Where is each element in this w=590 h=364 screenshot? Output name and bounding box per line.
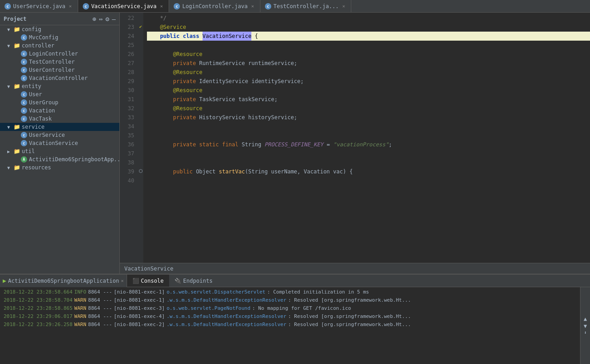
tree-usercontroller-label: UserController xyxy=(29,67,75,73)
endpoints-tab-label: Endpoints xyxy=(183,278,212,284)
tab-logincontroller[interactable]: c LoginController.java ✕ xyxy=(169,0,260,12)
tree-activitidemo[interactable]: A ActivitiDemo6SpringbootApp... xyxy=(0,155,119,163)
code-line-34 xyxy=(147,122,590,131)
log-line-3: 2018-12-22 23:28:58.865 WARN 8864 --- [n… xyxy=(0,304,580,313)
tree-entity-label: entity xyxy=(22,83,41,89)
code-line-24: public class VacationService { xyxy=(147,32,590,41)
class-icon: c xyxy=(21,59,27,65)
code-line-22: */ xyxy=(147,14,590,23)
run-tab-area: ▶ ActivitiDemo6SpringbootApplication ✕ xyxy=(0,275,127,287)
minimize-icon[interactable]: — xyxy=(112,15,116,23)
main-area: Project ⊕ ⇔ ⚙ — ▼ 📁 config c MvcConfig ▼ xyxy=(0,13,590,274)
code-line-23: @Service xyxy=(147,23,590,32)
tree-user[interactable]: c User xyxy=(0,90,119,98)
code-line-39: public Object startVac (String userName,… xyxy=(147,167,590,176)
tree-mvcconfig-label: MvcConfig xyxy=(29,34,58,41)
tab-userservice[interactable]: c UserService.java ✕ xyxy=(0,0,78,12)
tree-util[interactable]: ▶ 📁 util xyxy=(0,147,119,155)
line-numbers: 22 23 24 25 26 27 28 29 30 31 32 33 34 3… xyxy=(120,13,138,263)
tab-userservice-label: UserService.java xyxy=(13,3,66,9)
tree-vacationservice[interactable]: c VacationService xyxy=(0,139,119,147)
tree-logincontroller[interactable]: c LoginController xyxy=(0,50,119,58)
tree-testcontroller[interactable]: c TestController xyxy=(0,58,119,66)
tab-console[interactable]: ⬛ Console xyxy=(127,275,170,287)
tab-endpoints[interactable]: 🔌 Endpoints xyxy=(169,275,218,287)
class-icon: c xyxy=(21,140,27,146)
class-icon: c xyxy=(21,34,27,41)
scroll-down-button[interactable]: ▼ xyxy=(584,323,587,329)
tab-userservice-close[interactable]: ✕ xyxy=(68,3,73,9)
tree-vactask[interactable]: c VacTask xyxy=(0,115,119,123)
code-line-36: private static final String PROCESS_DEFI… xyxy=(147,140,590,149)
folder-icon: 📁 xyxy=(14,42,20,49)
log-line-2: 2018-12-22 23:28:58.704 WARN 8864 --- [n… xyxy=(0,296,580,304)
folder-icon: 📁 xyxy=(14,148,20,154)
tree-util-label: util xyxy=(22,148,35,154)
tab-vacationservice-close[interactable]: ✕ xyxy=(159,3,164,9)
code-line-35 xyxy=(147,131,590,140)
tree-controller[interactable]: ▼ 📁 controller xyxy=(0,42,119,50)
class-special-icon: A xyxy=(21,156,27,163)
tree-userservice-label: UserService xyxy=(29,132,65,138)
tree-entity[interactable]: ▼ 📁 entity xyxy=(0,82,119,90)
code-line-38 xyxy=(147,158,590,167)
code-editor[interactable]: */ @Service public class VacationService… xyxy=(143,13,590,263)
annotation-marker: ✔ xyxy=(139,24,142,29)
bottom-tab-bar: ▶ ActivitiDemo6SpringbootApplication ✕ ⬛… xyxy=(0,275,590,287)
collapse-icon[interactable]: ⇔ xyxy=(99,15,103,23)
tree-config[interactable]: ▼ 📁 config xyxy=(0,25,119,33)
log-line-1: 2018-12-22 23:28:58.664 INFO 8864 --- [n… xyxy=(0,288,580,296)
testcontroller-icon: c xyxy=(265,3,271,9)
tree-mvcconfig[interactable]: c MvcConfig xyxy=(0,33,119,42)
log-line-5: 2018-12-22 23:29:26.258 WARN 8864 --- [n… xyxy=(0,321,580,329)
project-sidebar: Project ⊕ ⇔ ⚙ — ▼ 📁 config c MvcConfig ▼ xyxy=(0,13,120,274)
editor-tab-bar: c UserService.java ✕ c VacationService.j… xyxy=(0,0,590,13)
tree-vactask-label: VacTask xyxy=(29,116,52,122)
class-icon: c xyxy=(21,99,27,106)
class-icon: c xyxy=(21,75,27,81)
gutter: ✔ ⬡ xyxy=(138,13,143,263)
tree-activitidemo-label: ActivitiDemo6SpringbootApp... xyxy=(29,156,120,163)
tab-logincontroller-close[interactable]: ✕ xyxy=(250,3,255,9)
tree-service[interactable]: ▼ 📁 service xyxy=(0,123,119,131)
sidebar-toolbar: ⊕ ⇔ ⚙ — xyxy=(92,15,116,23)
vacationservice-icon: c xyxy=(83,3,89,9)
breadcrumb: VacationService xyxy=(124,266,173,272)
tab-logincontroller-label: LoginController.java xyxy=(182,3,248,9)
tab-testcontroller[interactable]: c TestController.ja... ✕ xyxy=(260,0,352,12)
run-tab-label[interactable]: ActivitiDemo6SpringbootApplication xyxy=(8,278,119,284)
scroll-up-button[interactable]: ▲ xyxy=(584,316,587,322)
endpoints-icon: 🔌 xyxy=(175,278,181,284)
console-bottom: 2018-12-22 23:28:58.664 INFO 8864 --- [n… xyxy=(0,287,590,364)
folder-icon: 📁 xyxy=(14,83,20,89)
tree-vacationcontroller[interactable]: c VacationController xyxy=(0,74,119,82)
tree-service-label: service xyxy=(22,124,45,130)
tree-vacationservice-label: VacationService xyxy=(29,140,78,146)
code-line-31: private TaskService taskService; xyxy=(147,95,590,104)
tab-testcontroller-close[interactable]: ✕ xyxy=(341,3,346,9)
tab-vacationservice[interactable]: c VacationService.java ✕ xyxy=(78,0,170,12)
tree-userservice[interactable]: c UserService xyxy=(0,131,119,139)
console-lines-area: 2018-12-22 23:28:58.664 INFO 8864 --- [n… xyxy=(0,287,580,364)
tab-vacationservice-label: VacationService.java xyxy=(91,3,157,9)
scroll-controls: ▲ ▼ ⬇ xyxy=(580,287,590,364)
tab-testcontroller-label: TestController.ja... xyxy=(274,3,339,9)
settings-icon[interactable]: ⚙ xyxy=(105,15,109,23)
tree-usercontroller[interactable]: c UserController xyxy=(0,66,119,74)
log-line-4: 2018-12-22 23:29:06.017 WARN 8864 --- [n… xyxy=(0,313,580,321)
run-tab-close[interactable]: ✕ xyxy=(121,278,123,283)
bottom-panel: ▶ ActivitiDemo6SpringbootApplication ✕ ⬛… xyxy=(0,274,590,364)
code-line-26: @Resource xyxy=(147,50,590,59)
code-line-29: private IdentityService identityService; xyxy=(147,77,590,86)
tree-testcontroller-label: TestController xyxy=(29,59,75,65)
tree-resources[interactable]: ▼ 📁 resources xyxy=(0,163,119,172)
tree-vacation[interactable]: c Vacation xyxy=(0,107,119,115)
console-content: 2018-12-22 23:28:58.664 INFO 8864 --- [n… xyxy=(0,287,580,330)
editor-area: 22 23 24 25 26 27 28 29 30 31 32 33 34 3… xyxy=(120,13,590,274)
code-line-27: private RuntimeService runtimeService; xyxy=(147,59,590,68)
new-file-icon[interactable]: ⊕ xyxy=(92,15,96,23)
sidebar-title: Project xyxy=(4,16,27,22)
scroll-to-end-button[interactable]: ⬇ xyxy=(584,331,586,335)
tree-usergroup[interactable]: c UserGroup xyxy=(0,98,119,107)
folder-icon: 📁 xyxy=(14,164,20,171)
